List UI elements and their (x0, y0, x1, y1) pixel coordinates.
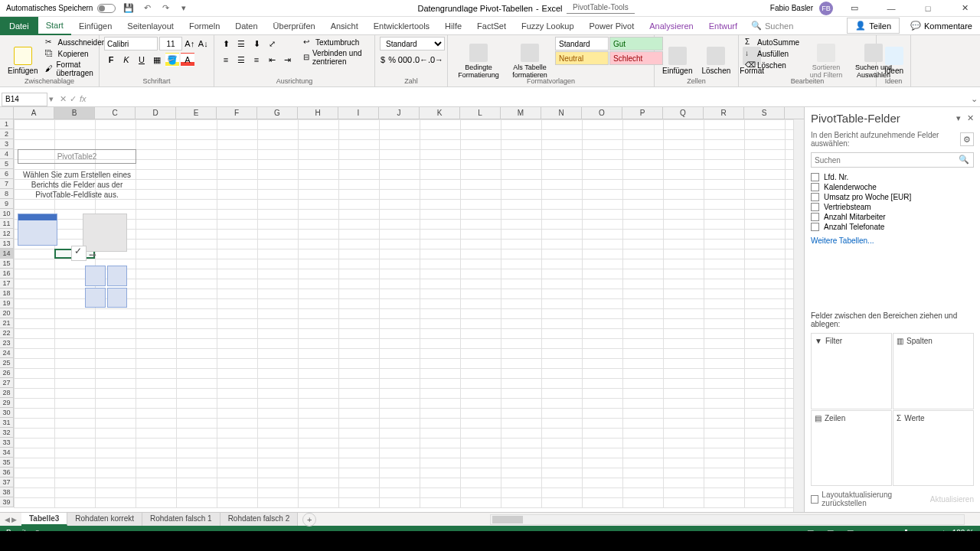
col-header-H[interactable]: H (298, 107, 338, 119)
col-header-A[interactable]: A (14, 107, 54, 119)
italic-button[interactable]: K (119, 53, 133, 67)
row-header-1[interactable]: 1 (0, 119, 14, 129)
decrease-indent-icon[interactable]: ⇤ (265, 53, 279, 67)
row-header-20[interactable]: 20 (0, 308, 14, 318)
tab-design[interactable]: Entwurf (701, 17, 745, 35)
row-header-27[interactable]: 27 (0, 378, 14, 388)
cancel-formula-icon[interactable]: ✕ (60, 94, 67, 104)
more-tables-link[interactable]: Weitere Tabellen... (811, 236, 974, 245)
font-color-button[interactable]: A (181, 53, 194, 67)
row-header-23[interactable]: 23 (0, 338, 14, 348)
row-header-4[interactable]: 4 (0, 149, 14, 159)
worksheet-grid[interactable]: ABCDEFGHIJKLMNOPQRS 12345678910111213141… (0, 107, 804, 512)
ribbon-display-icon[interactable]: ▭ (839, 0, 870, 17)
align-center-icon[interactable]: ☰ (234, 53, 248, 67)
font-name-select[interactable] (104, 37, 158, 51)
pane-layout-button[interactable]: ⚙ (960, 132, 974, 146)
row-header-39[interactable]: 39 (0, 497, 14, 507)
row-header-7[interactable]: 7 (0, 179, 14, 189)
tab-insert[interactable]: Einfügen (71, 17, 119, 35)
increase-indent-icon[interactable]: ⇥ (280, 53, 294, 67)
cells-area[interactable]: PivotTable2 Wählen Sie zum Erstellen ein… (14, 119, 804, 507)
update-button[interactable]: Aktualisieren (930, 495, 974, 504)
row-header-16[interactable]: 16 (0, 269, 14, 279)
tab-developer[interactable]: Entwicklertools (366, 17, 437, 35)
select-all-corner[interactable] (0, 107, 14, 119)
tab-file[interactable]: Datei (0, 17, 38, 35)
drop-zone-values[interactable]: ΣWerte (893, 410, 974, 487)
row-header-30[interactable]: 30 (0, 408, 14, 418)
tab-formulas[interactable]: Formeln (181, 17, 227, 35)
col-header-S[interactable]: S (744, 107, 785, 119)
style-neutral[interactable]: Neutral (555, 51, 609, 65)
align-right-icon[interactable]: ≡ (250, 53, 263, 67)
cut-button[interactable]: ✂Ausschneiden (44, 37, 107, 47)
row-header-38[interactable]: 38 (0, 487, 14, 497)
tab-fuzzy[interactable]: Fuzzy Lookup (514, 17, 581, 35)
col-header-Q[interactable]: Q (663, 107, 704, 119)
field-item[interactable]: Kalenderwoche (811, 182, 974, 192)
col-header-C[interactable]: C (95, 107, 136, 119)
border-button[interactable]: ▦ (150, 53, 164, 67)
fill-color-button[interactable]: 🪣 (165, 53, 179, 67)
checkbox-icon[interactable] (811, 203, 819, 211)
sheet-tab[interactable]: Rohdaten falsch 2 (220, 513, 299, 526)
comments-button[interactable]: 💬Kommentare (903, 18, 980, 33)
maximize-icon[interactable]: □ (913, 0, 943, 17)
checkbox-icon[interactable] (811, 223, 819, 231)
percent-format-icon[interactable]: % (387, 53, 397, 67)
avatar[interactable]: FB (819, 2, 833, 15)
drop-zone-filter[interactable]: ▼Filter (811, 333, 892, 409)
row-header-3[interactable]: 3 (0, 139, 14, 149)
tab-analyze[interactable]: Analysieren (642, 17, 701, 35)
col-header-O[interactable]: O (582, 107, 622, 119)
fields-search-input[interactable] (811, 152, 974, 168)
format-painter-button[interactable]: 🖌Format übertragen (44, 60, 107, 78)
tab-layout[interactable]: Seitenlayout (119, 17, 181, 35)
row-header-33[interactable]: 33 (0, 438, 14, 448)
tab-data[interactable]: Daten (227, 17, 265, 35)
checkbox-icon[interactable] (811, 213, 819, 221)
customize-qat-icon[interactable]: ▾ (178, 3, 189, 14)
increase-decimal-icon[interactable]: .0← (413, 53, 427, 67)
col-header-F[interactable]: F (217, 107, 257, 119)
undo-icon[interactable]: ↶ (142, 3, 152, 14)
row-header-19[interactable]: 19 (0, 298, 14, 308)
align-left-icon[interactable]: ≡ (219, 53, 233, 67)
increase-font-icon[interactable]: A↑ (184, 37, 196, 51)
col-header-E[interactable]: E (176, 107, 217, 119)
vertical-scrollbar[interactable] (793, 119, 804, 512)
accounting-format-icon[interactable]: $ (380, 53, 386, 67)
font-size-select[interactable] (159, 37, 182, 51)
row-header-10[interactable]: 10 (0, 209, 14, 219)
row-header-13[interactable]: 13 (0, 239, 14, 249)
col-header-R[interactable]: R (704, 107, 744, 119)
col-header-J[interactable]: J (379, 107, 420, 119)
col-header-P[interactable]: P (622, 107, 663, 119)
drop-zone-columns[interactable]: ▥Spalten (893, 333, 974, 409)
pivottable-placeholder[interactable]: PivotTable2 Wählen Sie zum Erstellen ein… (18, 149, 136, 313)
tab-view[interactable]: Ansicht (323, 17, 366, 35)
row-header-28[interactable]: 28 (0, 388, 14, 398)
row-header-25[interactable]: 25 (0, 358, 14, 368)
sheet-tab[interactable]: Rohdaten korrekt (67, 513, 142, 526)
style-standard[interactable]: Standard (555, 37, 609, 51)
sheet-tab[interactable]: Tabelle3 (21, 513, 67, 526)
col-header-N[interactable]: N (541, 107, 582, 119)
sheet-nav-next-icon[interactable]: ▶ (11, 516, 17, 523)
minimize-icon[interactable]: ― (876, 0, 906, 17)
row-header-17[interactable]: 17 (0, 279, 14, 289)
number-format-select[interactable]: Standard (380, 37, 445, 51)
checkbox-icon[interactable] (811, 183, 819, 191)
user-name[interactable]: Fabio Basler (770, 4, 813, 12)
field-item[interactable]: Umsatz pro Woche [EUR] (811, 192, 974, 202)
autosave-toggle[interactable]: Automatisches Speichern (6, 4, 116, 13)
row-header-26[interactable]: 26 (0, 368, 14, 378)
save-icon[interactable]: 💾 (123, 3, 134, 14)
field-item[interactable]: Anzahl Mitarbeiter (811, 212, 974, 222)
row-header-21[interactable]: 21 (0, 318, 14, 328)
pane-close-icon[interactable]: ✕ (967, 113, 974, 123)
sheet-tab[interactable]: Rohdaten falsch 1 (142, 513, 220, 526)
col-header-K[interactable]: K (420, 107, 460, 119)
toggle-switch-icon[interactable] (97, 4, 116, 13)
